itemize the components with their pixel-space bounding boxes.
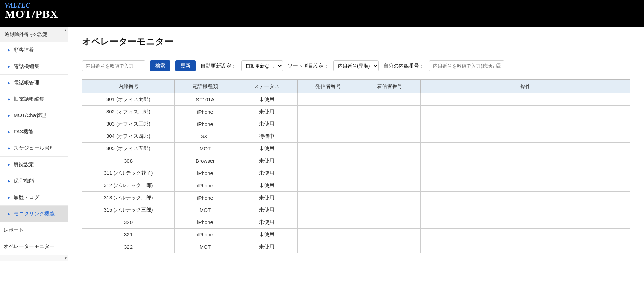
cell-callee (359, 143, 421, 155)
cell-ext: 313 (バルテック二郎) (82, 192, 175, 204)
cell-callee (359, 130, 421, 143)
sidebar-scroll-up-icon[interactable]: ▲ (64, 29, 67, 32)
sidebar-item-0[interactable]: ▶顧客情報 (0, 42, 68, 58)
sidebar-item-2[interactable]: ▶電話帳管理 (0, 75, 68, 91)
sidebar: ▲ 通録除外番号の設定 ▶顧客情報▶電話機編集▶電話帳管理▶旧電話帳編集▶MOT… (0, 27, 68, 261)
cell-caller (298, 216, 359, 229)
cell-action (421, 106, 630, 118)
cell-ext: 308 (82, 155, 175, 167)
chevron-right-icon: ▶ (8, 163, 10, 167)
cell-type: iPhone (175, 167, 236, 179)
sidebar-item-7[interactable]: ▶解錠設定 (0, 157, 68, 173)
cell-ext: 315 (バルテック三郎) (82, 204, 175, 216)
cell-type: MOT (175, 143, 236, 155)
cell-status: 未使用 (236, 93, 298, 106)
cell-ext: 302 (オフィス二郎) (82, 106, 175, 118)
auto-refresh-label: 自動更新設定： (201, 63, 236, 69)
sidebar-item-label: 顧客情報 (14, 47, 34, 53)
sort-select[interactable]: 内線番号(昇順) (333, 60, 379, 71)
cell-type: iPhone (175, 118, 236, 130)
cell-action (421, 216, 630, 229)
own-ext-label: 自分の内線番号： (383, 63, 424, 69)
sidebar-item-label: MOT/Cha管理 (14, 112, 46, 119)
chevron-right-icon: ▶ (8, 64, 10, 68)
cell-status: 未使用 (236, 204, 298, 216)
cell-action (421, 118, 630, 130)
cell-caller (298, 241, 359, 253)
sidebar-item-3[interactable]: ▶旧電話帳編集 (0, 91, 68, 107)
cell-action (421, 93, 630, 106)
page-title: オペレーターモニター (82, 35, 630, 47)
sidebar-top-item[interactable]: 通録除外番号の設定 (0, 27, 68, 42)
cell-caller (298, 143, 359, 155)
cell-callee (359, 179, 421, 192)
cell-ext: 320 (82, 216, 175, 229)
cell-action (421, 143, 630, 155)
cell-type: iPhone (175, 179, 236, 192)
sidebar-item-label: 電話帳管理 (14, 79, 39, 86)
cell-status: 未使用 (236, 167, 298, 179)
cell-caller (298, 179, 359, 192)
cell-ext: 311 (バルテック花子) (82, 167, 175, 179)
cell-action (421, 167, 630, 179)
brand-bottom: MOT/PBX (5, 8, 639, 20)
cell-action (421, 229, 630, 241)
cell-status: 未使用 (236, 229, 298, 241)
search-button[interactable]: 検索 (150, 60, 170, 71)
cell-callee (359, 216, 421, 229)
cell-action (421, 241, 630, 253)
sidebar-scroll-down-icon[interactable]: ▼ (64, 257, 67, 260)
table-row: 301 (オフィス太郎)ST101A未使用 (82, 93, 630, 106)
sidebar-item-9[interactable]: ▶履歴・ログ (0, 189, 68, 206)
sidebar-sub-item-0[interactable]: レポート (0, 222, 68, 238)
chevron-right-icon: ▶ (8, 196, 10, 199)
search-input[interactable] (82, 60, 145, 71)
sidebar-item-label: FAX機能 (14, 129, 33, 135)
cell-ext: 304 (オフィス四郎) (82, 130, 175, 143)
cell-caller (298, 93, 359, 106)
col-header-caller: 発信者番号 (298, 80, 359, 93)
cell-type: MOT (175, 204, 236, 216)
cell-caller (298, 106, 359, 118)
cell-action (421, 155, 630, 167)
chevron-right-icon: ▶ (8, 81, 10, 85)
sidebar-item-label: 電話機編集 (14, 63, 39, 70)
col-header-action: 操作 (421, 80, 630, 93)
auto-refresh-select[interactable]: 自動更新なし (241, 60, 283, 71)
table-row: 305 (オフィス五郎)MOT未使用 (82, 143, 630, 155)
sidebar-item-label: モニタリング機能 (14, 211, 55, 217)
cell-status: 未使用 (236, 118, 298, 130)
table-row: 321iPhone未使用 (82, 229, 630, 241)
table-row: 308Browser未使用 (82, 155, 630, 167)
cell-ext: 312 (バルテック一郎) (82, 179, 175, 192)
cell-status: 未使用 (236, 241, 298, 253)
sidebar-item-5[interactable]: ▶FAX機能 (0, 124, 68, 140)
own-ext-input[interactable] (429, 60, 504, 71)
cell-callee (359, 192, 421, 204)
cell-status: 未使用 (236, 192, 298, 204)
col-header-status: ステータス (236, 80, 298, 93)
sidebar-item-label: スケジュール管理 (14, 145, 55, 151)
sidebar-item-8[interactable]: ▶保守機能 (0, 173, 68, 189)
sidebar-item-10[interactable]: ▶モニタリング機能 (0, 206, 68, 222)
cell-caller (298, 167, 359, 179)
sidebar-item-6[interactable]: ▶スケジュール管理 (0, 140, 68, 157)
col-header-ext: 内線番号 (82, 80, 175, 93)
cell-ext: 322 (82, 241, 175, 253)
sidebar-item-1[interactable]: ▶電話機編集 (0, 58, 68, 75)
refresh-button[interactable]: 更新 (175, 60, 196, 71)
sidebar-sub-item-1[interactable]: オペレーターモニター (0, 238, 68, 255)
cell-caller (298, 118, 359, 130)
table-row: 320iPhone未使用 (82, 216, 630, 229)
controls-bar: 検索 更新 自動更新設定： 自動更新なし ソート項目設定： 内線番号(昇順) 自… (82, 60, 630, 71)
cell-type: SXⅡ (175, 130, 236, 143)
table-row: 312 (バルテック一郎)iPhone未使用 (82, 179, 630, 192)
cell-type: iPhone (175, 216, 236, 229)
sidebar-item-4[interactable]: ▶MOT/Cha管理 (0, 107, 68, 124)
cell-callee (359, 229, 421, 241)
cell-action (421, 130, 630, 143)
cell-callee (359, 118, 421, 130)
sidebar-item-label: 履歴・ログ (14, 194, 39, 201)
chevron-right-icon: ▶ (8, 48, 10, 52)
cell-ext: 301 (オフィス太郎) (82, 93, 175, 106)
